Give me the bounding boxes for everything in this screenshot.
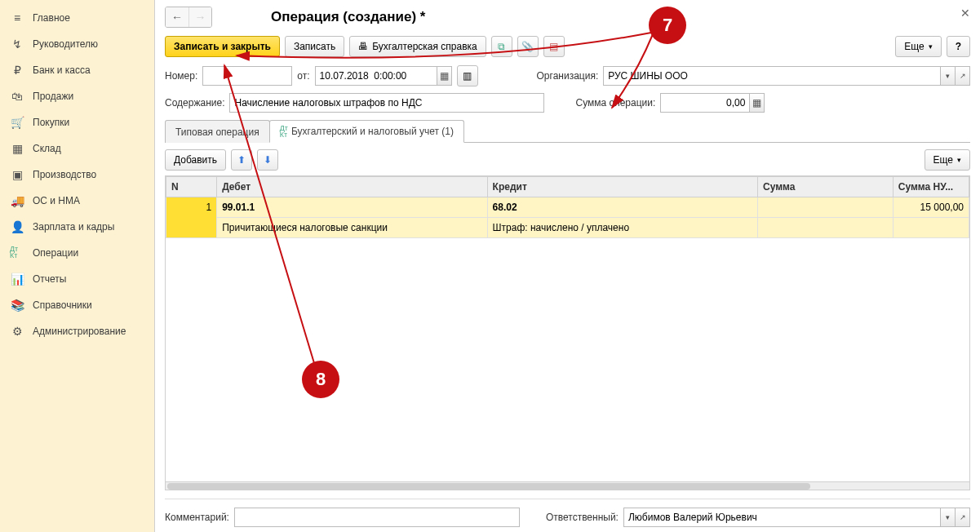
register-button[interactable]: ⧉	[491, 36, 512, 57]
more-label: Еще	[933, 154, 953, 166]
cell-debit-desc[interactable]: Причитающиеся налоговые санкции	[217, 218, 487, 238]
cell-credit-acc[interactable]: 68.02	[487, 197, 757, 218]
table-row[interactable]: Причитающиеся налоговые санкции Штраф: н…	[166, 218, 969, 238]
responsible-open-button[interactable]: ↗	[956, 508, 970, 527]
sidebar-item-warehouse[interactable]: ▦Склад	[0, 135, 154, 162]
arrow-down-icon: ⬇	[264, 154, 272, 166]
add-row-button[interactable]: Добавить	[165, 149, 226, 171]
sidebar-item-manager[interactable]: ↯Руководителю	[0, 31, 154, 57]
close-icon[interactable]: ✕	[960, 7, 970, 20]
comment-input[interactable]	[234, 508, 520, 527]
truck-icon: 🚚	[10, 193, 24, 208]
tab-accounting[interactable]: ДтКтБухгалтерский и налоговый учет (1)	[269, 120, 464, 143]
from-label: от:	[297, 70, 309, 82]
save-and-close-button[interactable]: Записать и закрыть	[165, 36, 280, 57]
arrow-up-icon: ⬆	[237, 154, 246, 166]
sidebar-item-main[interactable]: ≡Главное	[0, 5, 154, 31]
move-up-button[interactable]: ⬆	[231, 149, 252, 171]
tab-typical-operation[interactable]: Типовая операция	[165, 120, 270, 143]
date-input[interactable]	[315, 66, 437, 86]
grid: N Дебет Кредит Сумма Сумма НУ... 1 99.01…	[165, 175, 970, 490]
page-title: Операция (создание) *	[271, 9, 425, 25]
org-input[interactable]	[603, 66, 941, 86]
table-row[interactable]: 1 99.01.1 68.02 15 000,00	[166, 197, 969, 218]
sidebar-item-label: Банк и касса	[33, 64, 91, 76]
callout-8: 8	[302, 361, 339, 398]
gear-icon: ⚙	[10, 324, 24, 339]
sidebar-item-hr[interactable]: 👤Зарплата и кадры	[0, 214, 154, 240]
dtkt-icon: ДтКт	[280, 125, 288, 138]
sidebar-item-label: Зарплата и кадры	[33, 221, 114, 233]
cell-debit-acc[interactable]: 99.01.1	[217, 197, 487, 218]
ruble-icon: ₽	[10, 63, 24, 78]
sidebar-item-label: Производство	[33, 169, 96, 180]
number-input[interactable]	[202, 66, 292, 86]
nav-buttons: ← →	[165, 7, 212, 28]
attach-button[interactable]: 📎	[517, 36, 539, 57]
doc-button[interactable]: ▤	[543, 36, 565, 57]
col-header-credit[interactable]: Кредит	[487, 177, 757, 197]
sidebar-item-sales[interactable]: 🛍Продажи	[0, 83, 154, 109]
chart-icon: ↯	[10, 37, 24, 51]
number-label: Номер:	[165, 70, 197, 82]
bag-icon: 🛍	[10, 89, 24, 104]
chevron-down-icon: ▾	[957, 156, 961, 164]
sidebar-item-label: Отчеты	[33, 273, 66, 285]
responsible-input[interactable]	[623, 508, 941, 527]
col-header-n[interactable]: N	[166, 177, 217, 197]
sum-input[interactable]	[660, 93, 750, 113]
date-fill-button[interactable]: ▥	[457, 65, 478, 86]
sidebar-item-production[interactable]: ▣Производство	[0, 162, 154, 188]
cell-empty[interactable]	[758, 218, 894, 238]
tab-label: Бухгалтерский и налоговый учет (1)	[291, 126, 454, 137]
print-reference-button[interactable]: 🖶Бухгалтерская справка	[349, 36, 486, 57]
table-more-button[interactable]: Еще ▾	[925, 149, 970, 171]
more-label: Еще	[904, 41, 924, 52]
sidebar-item-label: Операции	[33, 247, 78, 259]
responsible-dropdown-button[interactable]: ▾	[941, 508, 956, 527]
cell-sum[interactable]	[758, 197, 894, 218]
org-open-button[interactable]: ↗	[956, 66, 970, 86]
content-input[interactable]	[229, 93, 544, 113]
cart-icon: 🛒	[10, 115, 24, 130]
sidebar-item-purchases[interactable]: 🛒Покупки	[0, 109, 154, 135]
sidebar-item-reports[interactable]: 📊Отчеты	[0, 266, 154, 292]
col-header-sum[interactable]: Сумма	[758, 177, 894, 197]
cell-credit-desc[interactable]: Штраф: начислено / уплачено	[487, 218, 757, 238]
more-button[interactable]: Еще ▾	[895, 36, 941, 57]
clip-icon: 📎	[521, 41, 534, 52]
comment-label: Комментарий:	[165, 512, 229, 523]
chevron-down-icon: ▾	[929, 42, 933, 51]
register-icon: ⧉	[498, 41, 505, 52]
sidebar-item-label: Справочники	[33, 299, 92, 311]
dtkt-icon: ДтКт	[10, 246, 24, 260]
forward-button[interactable]: →	[188, 7, 211, 27]
help-button[interactable]: ?	[947, 36, 970, 57]
print-icon: 🖶	[358, 41, 368, 52]
sidebar-item-assets[interactable]: 🚚ОС и НМА	[0, 188, 154, 214]
back-button[interactable]: ←	[166, 7, 188, 27]
cell-sumnu[interactable]: 15 000,00	[893, 197, 969, 218]
menu-icon: ≡	[10, 11, 24, 25]
sidebar-item-label: Склад	[33, 143, 61, 154]
col-header-debit[interactable]: Дебет	[217, 177, 487, 197]
calendar-button[interactable]: ▦	[437, 66, 452, 86]
content-label: Содержание:	[165, 97, 224, 109]
sidebar-item-admin[interactable]: ⚙Администрирование	[0, 318, 154, 344]
calculator-button[interactable]: ▦	[750, 93, 765, 113]
sidebar-item-label: Продажи	[33, 91, 73, 102]
cell-empty[interactable]	[893, 218, 969, 238]
col-header-sumnu[interactable]: Сумма НУ...	[893, 177, 969, 197]
sidebar-item-directories[interactable]: 📚Справочники	[0, 292, 154, 318]
sidebar-item-bank[interactable]: ₽Банк и касса	[0, 57, 154, 83]
sum-label: Сумма операции:	[575, 97, 655, 109]
horizontal-scrollbar[interactable]	[166, 481, 969, 490]
grid-icon: ▦	[10, 141, 24, 156]
org-dropdown-button[interactable]: ▾	[941, 66, 956, 86]
sidebar-item-operations[interactable]: ДтКтОперации	[0, 240, 154, 266]
move-down-button[interactable]: ⬇	[257, 149, 278, 171]
save-button[interactable]: Записать	[285, 36, 344, 57]
org-label: Организация:	[537, 70, 599, 82]
calendar-icon: ▦	[440, 70, 449, 82]
cell-n: 1	[166, 197, 217, 238]
